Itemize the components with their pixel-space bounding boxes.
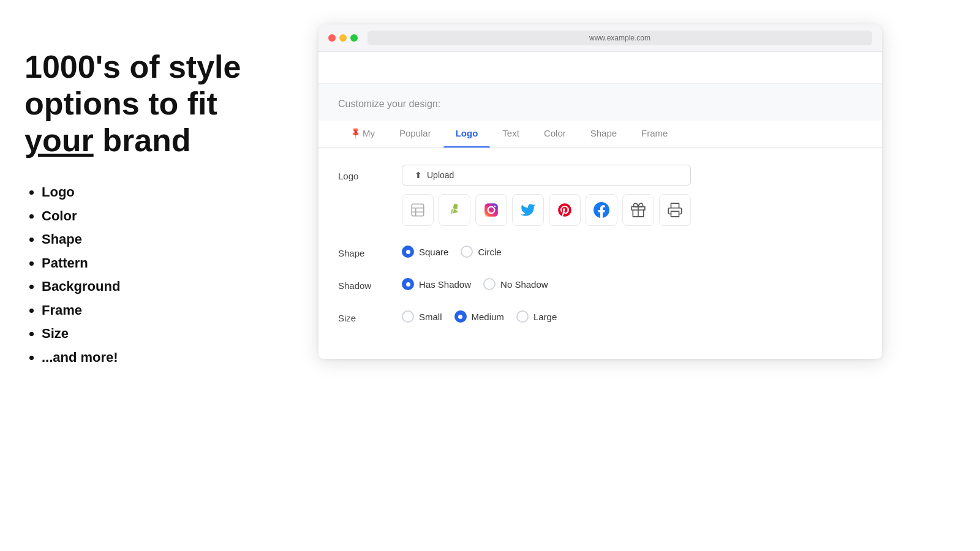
shadow-row: Shadow Has Shadow No Shadow — [338, 274, 862, 291]
dot-fullscreen[interactable] — [350, 34, 358, 42]
tab-my[interactable]: 📌 My — [338, 121, 387, 147]
tab-color[interactable]: Color — [532, 121, 578, 147]
shopify-icon — [447, 202, 462, 218]
size-option-large[interactable]: Large — [516, 310, 557, 323]
size-options: Small Medium Large — [402, 307, 557, 323]
table-icon — [410, 202, 426, 218]
radio-medium[interactable] — [454, 310, 467, 323]
size-row: Size Small Medium Large — [338, 307, 862, 323]
radio-small[interactable] — [402, 310, 414, 323]
pin-icon: 📌 — [349, 127, 362, 140]
bullet-item: Pattern — [42, 252, 282, 276]
tab-popular[interactable]: Popular — [387, 121, 443, 147]
logo-icon-pinterest[interactable] — [549, 194, 581, 226]
tab-shape[interactable]: Shape — [578, 121, 629, 147]
browser-dots — [328, 34, 358, 42]
gift-icon — [630, 202, 646, 218]
size-option-small[interactable]: Small — [402, 310, 442, 323]
logo-icon-print[interactable] — [659, 194, 691, 226]
customize-label: Customize your design: — [338, 99, 862, 110]
browser-window: www.example.com Customize your design: 📌… — [318, 24, 882, 359]
dot-minimize[interactable] — [339, 34, 347, 42]
logo-icon-instagram[interactable] — [475, 194, 507, 226]
facebook-icon — [594, 202, 609, 218]
tab-logo[interactable]: Logo — [443, 121, 491, 147]
shape-option-square[interactable]: Square — [402, 246, 448, 258]
bullet-item: Shape — [42, 228, 282, 252]
tab-frame[interactable]: Frame — [629, 121, 680, 147]
bullet-item: Frame — [42, 299, 282, 323]
logo-controls: ⬆ Upload — [402, 165, 691, 226]
shadow-option-has[interactable]: Has Shadow — [402, 278, 471, 290]
logo-row: Logo ⬆ Upload — [338, 165, 862, 226]
shadow-options: Has Shadow No Shadow — [402, 274, 548, 290]
logo-icon-facebook[interactable] — [586, 194, 617, 226]
logo-label: Logo — [338, 165, 387, 181]
upload-button[interactable]: ⬆ Upload — [402, 165, 691, 186]
bullet-item: Color — [42, 204, 282, 228]
size-option-medium[interactable]: Medium — [454, 310, 504, 323]
radio-circle[interactable] — [461, 246, 473, 258]
logo-icon-twitter[interactable] — [512, 194, 544, 226]
radio-has-shadow[interactable] — [402, 278, 414, 290]
headline-underline: your — [24, 122, 94, 158]
shadow-label: Shadow — [338, 274, 387, 291]
url-bar: www.example.com — [368, 31, 872, 45]
customize-section: Customize your design: 📌 My Popular Logo… — [318, 84, 882, 148]
instagram-icon — [483, 202, 499, 218]
tabs-bar: 📌 My Popular Logo Text Color Shape — [318, 121, 882, 148]
logo-icon-shopify[interactable] — [439, 194, 470, 226]
logo-icon-grid — [402, 194, 691, 226]
svg-rect-0 — [412, 204, 424, 216]
svg-rect-9 — [671, 211, 679, 217]
content-area: Logo ⬆ Upload — [318, 148, 882, 359]
radio-square[interactable] — [402, 246, 414, 258]
dot-close[interactable] — [328, 34, 336, 42]
bullet-item: Size — [42, 322, 282, 346]
browser-bar: www.example.com — [318, 24, 882, 52]
svg-rect-4 — [484, 203, 498, 217]
print-icon — [667, 202, 683, 218]
twitter-icon — [520, 202, 536, 218]
shape-options: Square Circle — [402, 242, 502, 258]
bullet-item: Logo — [42, 181, 282, 204]
size-label: Size — [338, 307, 387, 323]
radio-no-shadow[interactable] — [483, 278, 496, 290]
logo-icon-gift[interactable] — [622, 194, 654, 226]
tab-text[interactable]: Text — [490, 121, 532, 147]
bullet-item: Background — [42, 275, 282, 299]
app-header — [318, 52, 882, 84]
shape-label: Shape — [338, 242, 387, 258]
bullet-item: ...and more! — [42, 346, 282, 370]
shape-option-circle[interactable]: Circle — [461, 246, 501, 258]
headline: 1000's of style options to fit your bran… — [24, 49, 282, 159]
logo-icon-table[interactable] — [402, 194, 434, 226]
upload-icon: ⬆ — [415, 170, 422, 180]
feature-list: LogoColorShapePatternBackgroundFrameSize… — [24, 181, 282, 369]
shape-row: Shape Square Circle — [338, 242, 862, 258]
radio-large[interactable] — [516, 310, 529, 323]
shadow-option-none[interactable]: No Shadow — [483, 278, 548, 290]
svg-point-6 — [494, 206, 496, 208]
left-panel: 1000's of style options to fit your bran… — [24, 37, 282, 369]
pinterest-icon — [557, 202, 573, 218]
right-panel: www.example.com Customize your design: 📌… — [318, 24, 980, 359]
